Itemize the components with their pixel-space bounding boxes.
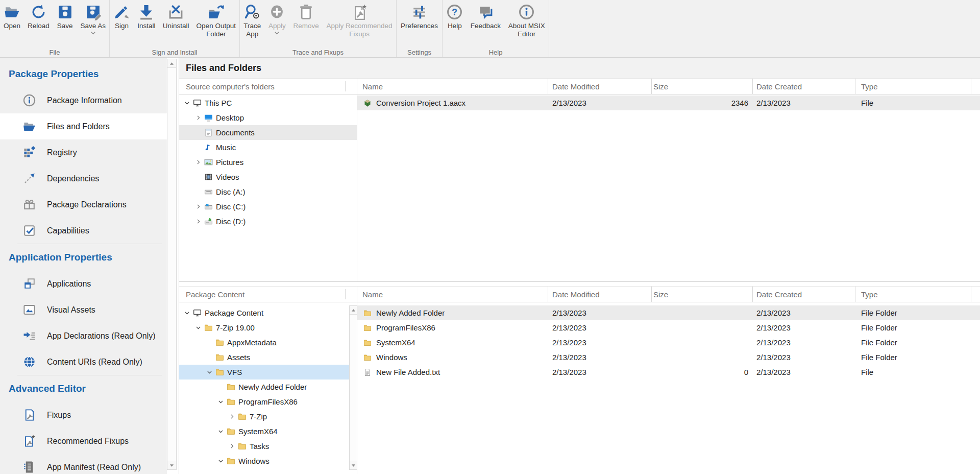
- tree-panel-header[interactable]: Source computer's folders: [179, 78, 357, 94]
- ribbon-button-uninstall[interactable]: Uninstall: [161, 3, 191, 31]
- tree-item-vfs[interactable]: VFS: [179, 365, 357, 380]
- tree-item-this-pc[interactable]: This PC: [179, 96, 357, 110]
- tree-item-documents[interactable]: Documents: [179, 125, 357, 140]
- ribbon-button-save-as[interactable]: Save As: [79, 3, 107, 36]
- chevron-down-icon[interactable]: [216, 428, 225, 436]
- ribbon-button-reload[interactable]: Reload: [26, 3, 51, 31]
- chevron-down-icon[interactable]: [193, 324, 203, 332]
- tree-item-label: Disc (D:): [216, 217, 246, 226]
- chevron-right-icon[interactable]: [227, 442, 236, 451]
- tree-panel-header[interactable]: Package Content: [179, 286, 357, 302]
- tree-item-package-content[interactable]: Package Content: [179, 305, 357, 320]
- preferences-icon: [411, 4, 428, 20]
- tree-item-7-zip-19-00[interactable]: 7-Zip 19.00: [179, 320, 357, 335]
- file-row-newly-added-folder[interactable]: Newly Added Folder2/13/20232/13/2023File…: [357, 305, 980, 320]
- column-header-date-created[interactable]: Date Created: [756, 79, 802, 94]
- file-row-new-file-added-txt[interactable]: New File Added.txt2/13/202302/13/2023Fil…: [357, 365, 980, 380]
- chevron-right-icon[interactable]: [193, 218, 203, 226]
- sidebar-item-app-declarations-read-only[interactable]: App Declarations (Read Only): [0, 323, 167, 349]
- ribbon-button-label: Reload: [28, 22, 50, 30]
- sidebar-item-fixups[interactable]: Fixups: [0, 402, 167, 428]
- column-header-date-modified[interactable]: Date Modified: [552, 79, 600, 94]
- sidebar-item-recommended-fixups[interactable]: Recommended Fixups: [0, 428, 167, 454]
- chevron-right-icon[interactable]: [227, 413, 236, 421]
- ribbon-button-feedback[interactable]: Feedback: [469, 3, 502, 31]
- ribbon-button-help[interactable]: ?Help: [445, 3, 464, 31]
- scroll-down-icon[interactable]: [350, 461, 357, 469]
- sidebar-item-files-and-folders[interactable]: Files and Folders: [0, 113, 167, 139]
- chevron-down-icon[interactable]: [216, 457, 225, 465]
- files-and-folders-icon: [22, 120, 36, 133]
- column-resize-grip[interactable]: [345, 289, 346, 299]
- ribbon-button-sign[interactable]: Sign: [112, 3, 132, 31]
- column-header-date-modified[interactable]: Date Modified: [552, 287, 600, 302]
- sidebar-scrollbar[interactable]: [167, 59, 177, 470]
- file-type: File: [861, 365, 873, 380]
- column-header-size[interactable]: Size: [653, 287, 668, 302]
- column-separator: [752, 79, 753, 94]
- tree-item-label: This PC: [205, 99, 232, 107]
- tree-item-pictures[interactable]: Pictures: [179, 155, 357, 170]
- package-tree-scrollbar[interactable]: [349, 305, 357, 470]
- dropdown-chevron-icon[interactable]: [90, 31, 96, 35]
- column-header-name[interactable]: Name: [362, 287, 383, 302]
- sidebar-item-package-information[interactable]: Package Information: [0, 87, 167, 113]
- column-resize-grip[interactable]: [345, 81, 346, 91]
- tree-item-7-zip[interactable]: 7-Zip: [179, 409, 357, 424]
- file-row-systemx64[interactable]: SystemX642/13/20232/13/2023File Folder: [357, 335, 980, 350]
- column-header-name[interactable]: Name: [362, 79, 383, 94]
- chevron-down-icon[interactable]: [205, 368, 214, 376]
- file-row-programfilesx86[interactable]: ProgramFilesX862/13/20232/13/2023File Fo…: [357, 320, 980, 335]
- ribbon-button-install[interactable]: Install: [136, 3, 157, 31]
- tree-item-windows[interactable]: Windows: [179, 454, 357, 468]
- tree-item-disc-c[interactable]: Disc (C:): [179, 199, 357, 214]
- scroll-down-icon[interactable]: [167, 461, 176, 469]
- column-header-type[interactable]: Type: [861, 287, 878, 302]
- sidebar-item-label: Visual Assets: [47, 305, 95, 315]
- ribbon-button-open-output-folder[interactable]: Open OutputFolder: [195, 3, 237, 39]
- tree-item-programfilesx86[interactable]: ProgramFilesX86: [179, 394, 357, 409]
- sidebar-item-registry[interactable]: Registry: [0, 139, 167, 165]
- column-header-type[interactable]: Type: [861, 79, 878, 94]
- ribbon-button-open[interactable]: Open: [2, 3, 22, 31]
- file-size: [577, 350, 748, 365]
- tree-item-label: Assets: [227, 353, 250, 362]
- ribbon-button-save[interactable]: Save: [55, 3, 75, 31]
- chevron-down-icon[interactable]: [182, 309, 191, 317]
- ribbon-button-about-msix-editor[interactable]: About MSIXEditor: [507, 3, 547, 39]
- file-name: Windows: [376, 353, 407, 362]
- tree-item-newly-added-folder[interactable]: Newly Added Folder: [179, 380, 357, 394]
- chevron-down-icon[interactable]: [182, 99, 191, 107]
- sidebar-item-dependencies[interactable]: Dependencies: [0, 165, 167, 192]
- file-row-windows[interactable]: Windows2/13/20232/13/2023File Folder: [357, 350, 980, 365]
- scroll-up-icon[interactable]: [167, 59, 176, 68]
- tree-item-appxmetadata[interactable]: AppxMetadata: [179, 335, 357, 350]
- sidebar-item-applications[interactable]: Applications: [0, 271, 167, 297]
- tree-item-desktop[interactable]: Desktop: [179, 110, 357, 125]
- chevron-right-icon[interactable]: [193, 114, 203, 122]
- ribbon-button-trace-app[interactable]: TraceApp: [242, 3, 262, 39]
- tree-item-systemx64[interactable]: SystemX64: [179, 424, 357, 439]
- chevron-right-icon[interactable]: [193, 203, 203, 211]
- chevron-down-icon[interactable]: [216, 398, 225, 406]
- ribbon-group-label: Trace and Fixups: [240, 49, 396, 56]
- ribbon-button-preferences[interactable]: Preferences: [399, 3, 439, 31]
- sidebar-item-visual-assets[interactable]: Visual Assets: [0, 297, 167, 323]
- tree-item-disc-a[interactable]: Disc (A:): [179, 184, 357, 199]
- app-declarations-icon: [22, 329, 36, 343]
- column-header-date-created[interactable]: Date Created: [756, 287, 802, 302]
- tree-item-music[interactable]: Music: [179, 140, 357, 155]
- chevron-right-icon[interactable]: [193, 158, 203, 167]
- file-row-conversion-project-1-aacx[interactable]: Conversion Project 1.aacx2/13/202323462/…: [357, 96, 980, 110]
- column-header-size[interactable]: Size: [653, 79, 668, 94]
- svg-text:?: ?: [452, 7, 457, 17]
- tree-item-disc-d[interactable]: Disc (D:): [179, 214, 357, 229]
- tree-item-videos[interactable]: Videos: [179, 170, 357, 184]
- sidebar-item-app-manifest-read-only[interactable]: App Manifest (Read Only): [0, 454, 167, 474]
- tree-item-assets[interactable]: Assets: [179, 350, 357, 365]
- sidebar-item-capabilities[interactable]: Capabilities: [0, 218, 167, 244]
- sidebar-item-content-uris-read-only[interactable]: Content URIs (Read Only): [0, 349, 167, 375]
- sidebar-item-package-declarations[interactable]: Package Declarations: [0, 192, 167, 218]
- tree-item-tasks[interactable]: Tasks: [179, 439, 357, 454]
- scroll-up-icon[interactable]: [350, 306, 357, 315]
